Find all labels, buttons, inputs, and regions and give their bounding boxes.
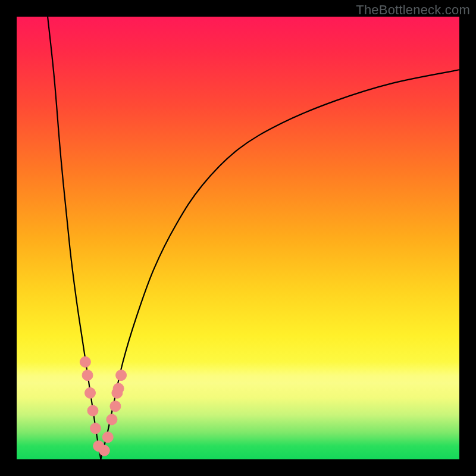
chart-stage: TheBottleneck.com bbox=[0, 0, 476, 476]
curve-layer bbox=[17, 17, 459, 459]
curve-right-branch bbox=[101, 70, 459, 459]
sample-dots bbox=[80, 356, 126, 456]
plot-area bbox=[17, 17, 459, 459]
sample-dot bbox=[90, 423, 101, 434]
sample-dot bbox=[87, 405, 98, 416]
sample-dot bbox=[102, 432, 113, 443]
sample-dot bbox=[99, 445, 109, 456]
sample-dot bbox=[107, 414, 117, 425]
sample-dot bbox=[116, 370, 127, 381]
watermark-text: TheBottleneck.com bbox=[356, 2, 470, 18]
sample-dot bbox=[80, 356, 90, 367]
sample-dot bbox=[110, 401, 121, 412]
sample-dot bbox=[85, 387, 96, 398]
sample-dot bbox=[82, 370, 93, 381]
sample-dot bbox=[113, 383, 124, 394]
